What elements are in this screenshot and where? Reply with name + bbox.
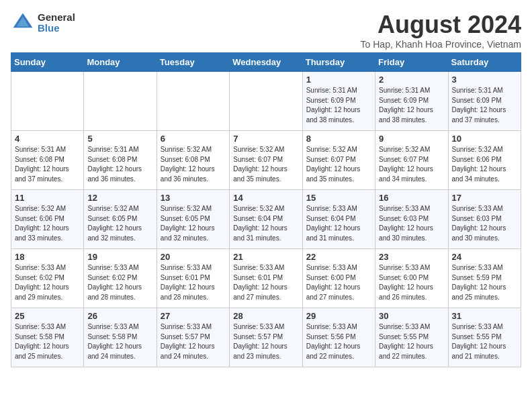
day-info: Sunrise: 5:33 AM Sunset: 6:00 PM Dayligh… — [379, 263, 444, 302]
header-row: Sunday Monday Tuesday Wednesday Thursday… — [11, 53, 521, 72]
calendar-cell: 9Sunrise: 5:32 AM Sunset: 6:07 PM Daylig… — [375, 131, 448, 190]
day-number: 4 — [15, 134, 80, 144]
calendar-cell — [11, 72, 84, 131]
day-number: 9 — [379, 134, 444, 144]
day-number: 14 — [233, 193, 298, 203]
day-info: Sunrise: 5:32 AM Sunset: 6:05 PM Dayligh… — [87, 204, 152, 243]
day-number: 12 — [87, 193, 152, 203]
calendar-cell: 3Sunrise: 5:31 AM Sunset: 6:09 PM Daylig… — [448, 72, 521, 131]
title-area: August 2024 To Hap, Khanh Hoa Province, … — [361, 11, 521, 50]
day-info: Sunrise: 5:33 AM Sunset: 6:03 PM Dayligh… — [452, 204, 517, 243]
calendar-cell: 14Sunrise: 5:32 AM Sunset: 6:04 PM Dayli… — [230, 190, 302, 249]
header-sunday: Sunday — [11, 53, 84, 72]
calendar-cell: 2Sunrise: 5:31 AM Sunset: 6:09 PM Daylig… — [375, 72, 448, 131]
day-info: Sunrise: 5:33 AM Sunset: 6:01 PM Dayligh… — [233, 263, 298, 302]
day-info: Sunrise: 5:33 AM Sunset: 5:57 PM Dayligh… — [233, 322, 298, 361]
day-info: Sunrise: 5:31 AM Sunset: 6:09 PM Dayligh… — [379, 86, 444, 125]
calendar-cell: 27Sunrise: 5:33 AM Sunset: 5:57 PM Dayli… — [157, 308, 229, 367]
day-number: 7 — [233, 134, 298, 144]
day-number: 18 — [15, 252, 80, 262]
day-number: 1 — [306, 75, 371, 85]
day-info: Sunrise: 5:33 AM Sunset: 6:01 PM Dayligh… — [161, 263, 226, 302]
calendar-cell: 28Sunrise: 5:33 AM Sunset: 5:57 PM Dayli… — [230, 308, 302, 367]
calendar-cell: 25Sunrise: 5:33 AM Sunset: 5:58 PM Dayli… — [11, 308, 84, 367]
day-info: Sunrise: 5:32 AM Sunset: 6:06 PM Dayligh… — [452, 145, 517, 184]
day-info: Sunrise: 5:33 AM Sunset: 6:04 PM Dayligh… — [306, 204, 371, 243]
day-info: Sunrise: 5:33 AM Sunset: 5:55 PM Dayligh… — [379, 322, 444, 361]
calendar-cell: 1Sunrise: 5:31 AM Sunset: 6:09 PM Daylig… — [302, 72, 375, 131]
calendar-cell: 6Sunrise: 5:32 AM Sunset: 6:08 PM Daylig… — [157, 131, 229, 190]
calendar-cell: 18Sunrise: 5:33 AM Sunset: 6:02 PM Dayli… — [11, 249, 84, 308]
day-info: Sunrise: 5:33 AM Sunset: 5:58 PM Dayligh… — [87, 322, 152, 361]
day-info: Sunrise: 5:32 AM Sunset: 6:07 PM Dayligh… — [379, 145, 444, 184]
calendar-cell: 19Sunrise: 5:33 AM Sunset: 6:02 PM Dayli… — [84, 249, 157, 308]
calendar-cell: 7Sunrise: 5:32 AM Sunset: 6:07 PM Daylig… — [230, 131, 302, 190]
calendar-body: 1Sunrise: 5:31 AM Sunset: 6:09 PM Daylig… — [11, 72, 521, 367]
day-info: Sunrise: 5:33 AM Sunset: 6:02 PM Dayligh… — [15, 263, 80, 302]
calendar-cell: 20Sunrise: 5:33 AM Sunset: 6:01 PM Dayli… — [157, 249, 229, 308]
day-number: 13 — [161, 193, 226, 203]
calendar-cell: 13Sunrise: 5:32 AM Sunset: 6:05 PM Dayli… — [157, 190, 229, 249]
calendar-cell: 11Sunrise: 5:32 AM Sunset: 6:06 PM Dayli… — [11, 190, 84, 249]
day-number: 29 — [306, 311, 371, 321]
calendar-cell: 23Sunrise: 5:33 AM Sunset: 6:00 PM Dayli… — [375, 249, 448, 308]
day-number: 26 — [87, 311, 152, 321]
day-number: 19 — [87, 252, 152, 262]
day-info: Sunrise: 5:33 AM Sunset: 5:59 PM Dayligh… — [452, 263, 517, 302]
day-number: 2 — [379, 75, 444, 85]
calendar-cell: 30Sunrise: 5:33 AM Sunset: 5:55 PM Dayli… — [375, 308, 448, 367]
day-number: 24 — [452, 252, 517, 262]
calendar-cell: 10Sunrise: 5:32 AM Sunset: 6:06 PM Dayli… — [448, 131, 521, 190]
day-number: 8 — [306, 134, 371, 144]
calendar-cell: 22Sunrise: 5:33 AM Sunset: 6:00 PM Dayli… — [302, 249, 375, 308]
day-info: Sunrise: 5:32 AM Sunset: 6:04 PM Dayligh… — [233, 204, 298, 243]
day-info: Sunrise: 5:32 AM Sunset: 6:07 PM Dayligh… — [233, 145, 298, 184]
logo-icon — [11, 11, 35, 35]
calendar-cell: 4Sunrise: 5:31 AM Sunset: 6:08 PM Daylig… — [11, 131, 84, 190]
day-info: Sunrise: 5:33 AM Sunset: 5:57 PM Dayligh… — [161, 322, 226, 361]
day-info: Sunrise: 5:32 AM Sunset: 6:05 PM Dayligh… — [161, 204, 226, 243]
header-thursday: Thursday — [302, 53, 375, 72]
day-info: Sunrise: 5:33 AM Sunset: 5:56 PM Dayligh… — [306, 322, 371, 361]
day-info: Sunrise: 5:33 AM Sunset: 5:58 PM Dayligh… — [15, 322, 80, 361]
calendar-cell — [157, 72, 229, 131]
day-info: Sunrise: 5:32 AM Sunset: 6:08 PM Dayligh… — [161, 145, 226, 184]
header-monday: Monday — [84, 53, 157, 72]
day-number: 22 — [306, 252, 371, 262]
day-info: Sunrise: 5:31 AM Sunset: 6:09 PM Dayligh… — [452, 86, 517, 125]
day-number: 17 — [452, 193, 517, 203]
day-number: 31 — [452, 311, 517, 321]
day-number: 5 — [87, 134, 152, 144]
day-number: 27 — [161, 311, 226, 321]
header-friday: Friday — [375, 53, 448, 72]
day-number: 20 — [161, 252, 226, 262]
page-container: General Blue August 2024 To Hap, Khanh H… — [11, 11, 521, 367]
day-number: 11 — [15, 193, 80, 203]
calendar-cell: 24Sunrise: 5:33 AM Sunset: 5:59 PM Dayli… — [448, 249, 521, 308]
day-number: 15 — [306, 193, 371, 203]
day-number: 21 — [233, 252, 298, 262]
header-wednesday: Wednesday — [230, 53, 302, 72]
calendar-cell: 17Sunrise: 5:33 AM Sunset: 6:03 PM Dayli… — [448, 190, 521, 249]
calendar-cell — [84, 72, 157, 131]
day-number: 3 — [452, 75, 517, 85]
day-number: 30 — [379, 311, 444, 321]
day-info: Sunrise: 5:31 AM Sunset: 6:08 PM Dayligh… — [87, 145, 152, 184]
day-info: Sunrise: 5:31 AM Sunset: 6:09 PM Dayligh… — [306, 86, 371, 125]
day-info: Sunrise: 5:33 AM Sunset: 5:55 PM Dayligh… — [452, 322, 517, 361]
day-info: Sunrise: 5:32 AM Sunset: 6:07 PM Dayligh… — [306, 145, 371, 184]
header: General Blue August 2024 To Hap, Khanh H… — [11, 11, 521, 50]
logo-text: General Blue — [38, 12, 75, 34]
calendar-cell: 29Sunrise: 5:33 AM Sunset: 5:56 PM Dayli… — [302, 308, 375, 367]
day-number: 25 — [15, 311, 80, 321]
logo-blue-text: Blue — [38, 23, 75, 34]
calendar-header: Sunday Monday Tuesday Wednesday Thursday… — [11, 53, 521, 72]
calendar-cell — [230, 72, 302, 131]
day-info: Sunrise: 5:33 AM Sunset: 6:02 PM Dayligh… — [87, 263, 152, 302]
header-saturday: Saturday — [448, 53, 521, 72]
calendar-cell: 12Sunrise: 5:32 AM Sunset: 6:05 PM Dayli… — [84, 190, 157, 249]
day-number: 16 — [379, 193, 444, 203]
calendar-cell: 21Sunrise: 5:33 AM Sunset: 6:01 PM Dayli… — [230, 249, 302, 308]
calendar-cell: 8Sunrise: 5:32 AM Sunset: 6:07 PM Daylig… — [302, 131, 375, 190]
calendar-week-row: 4Sunrise: 5:31 AM Sunset: 6:08 PM Daylig… — [11, 131, 521, 190]
